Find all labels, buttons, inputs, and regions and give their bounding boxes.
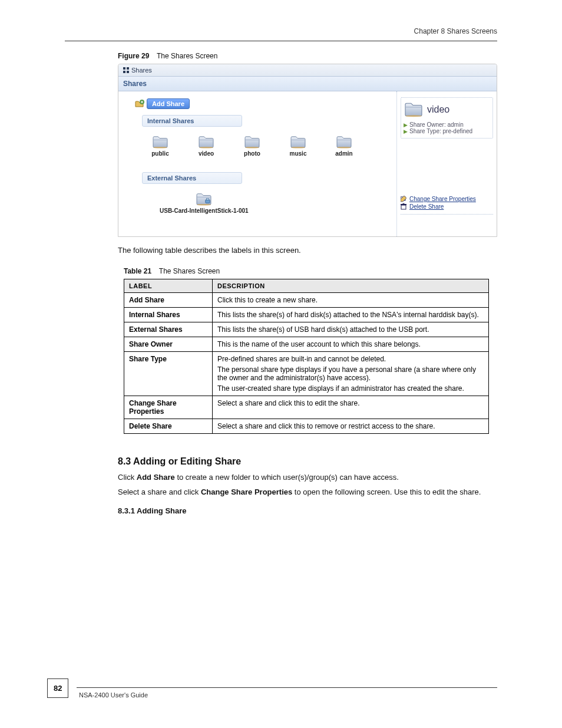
table-row: Internal SharesThis lists the share(s) o… <box>124 307 489 322</box>
paragraph: Click Add Share to create a new folder t… <box>118 472 497 483</box>
paragraph: Select a share and click Change Share Pr… <box>118 486 497 498</box>
share-label: video <box>199 150 214 157</box>
share-external-usb[interactable]: USB-Card-IntelligentStick-1-001 <box>160 192 249 214</box>
share-video[interactable]: video <box>191 135 221 157</box>
share-photo[interactable]: photo <box>237 135 267 157</box>
table-header: LABEL <box>124 279 213 292</box>
bullet-icon: ▶ <box>404 129 408 134</box>
selected-share-title: video <box>427 104 449 115</box>
table-row: Share OwnerThis is the name of the user … <box>124 337 489 351</box>
table-cell-label: Internal Shares <box>124 307 213 322</box>
share-actions: Change Share Properties Delete Share <box>401 195 493 215</box>
table-cell-desc: Click this to create a new share. <box>213 292 489 307</box>
external-shares-row: USB-Card-IntelligentStick-1-001 <box>142 192 391 214</box>
table-cell-desc: This lists the share(s) of hard disk(s) … <box>213 307 489 322</box>
labels-table: LABEL DESCRIPTION Add ShareClick this to… <box>124 279 489 434</box>
folder-icon <box>198 135 214 149</box>
table-row: External SharesThis lists the share(s) o… <box>124 322 489 337</box>
table-cell-desc: This is the name of the user account to … <box>213 337 489 351</box>
share-admin[interactable]: admin <box>329 135 359 157</box>
table-cell-desc: Pre-defined shares are built-in and cann… <box>213 351 489 396</box>
table-cell-desc: This lists the share(s) of USB hard disk… <box>213 322 489 337</box>
internal-shares-header: Internal Shares <box>142 115 242 127</box>
table-cell-label: Change Share Properties <box>124 396 213 419</box>
share-owner-row: ▶ Share Owner: admin <box>404 121 490 128</box>
share-type-row: ▶ Share Type: pre-defined <box>404 128 490 134</box>
body-text: The following table describes the labels… <box>118 245 497 256</box>
edit-icon <box>401 196 407 202</box>
folder-icon <box>290 135 306 149</box>
folder-icon <box>336 135 352 149</box>
external-shares-header: External Shares <box>142 172 242 184</box>
table-cell-label: Share Type <box>124 351 213 396</box>
window-titlebar: Shares <box>118 64 497 77</box>
shares-icon <box>123 67 129 73</box>
table-row: Share TypePre-defined shares are built-i… <box>124 351 489 396</box>
share-label: admin <box>335 150 352 157</box>
share-music[interactable]: music <box>283 135 313 157</box>
delete-share-link[interactable]: Delete Share <box>401 203 493 210</box>
table-header: DESCRIPTION <box>213 279 489 292</box>
table-cell-label: Share Owner <box>124 337 213 351</box>
window-title: Shares <box>131 67 152 74</box>
add-share-button[interactable]: Add Share <box>147 98 190 109</box>
share-public[interactable]: public <box>146 135 175 157</box>
trash-icon <box>401 203 407 210</box>
share-label: music <box>290 150 307 157</box>
chapter-text: Chapter 8 Shares Screens <box>414 27 497 35</box>
folder-icon <box>244 135 260 149</box>
table-cell-label: Add Share <box>124 292 213 307</box>
table-row: Add ShareClick this to create a new shar… <box>124 292 489 307</box>
external-folder-icon <box>196 192 212 206</box>
internal-shares-row: public video photo music admin <box>142 135 391 157</box>
share-label: public <box>151 150 168 157</box>
add-share-icon <box>135 100 144 108</box>
footer-text: NSA-2400 User's Guide <box>79 691 497 699</box>
page-number: 82 <box>47 678 68 698</box>
share-label: photo <box>244 150 260 157</box>
sub-heading: 8.3.1 Adding Share <box>118 506 562 515</box>
shares-header: Shares <box>118 77 497 91</box>
table-row: Change Share PropertiesSelect a share an… <box>124 396 489 419</box>
share-label: USB-Card-IntelligentStick-1-001 <box>160 207 249 214</box>
table-row: Delete ShareSelect a share and click thi… <box>124 419 489 433</box>
folder-icon <box>152 135 168 149</box>
figure-caption: Figure 29 The Shares Screen <box>118 52 562 60</box>
table-cell-label: Delete Share <box>124 419 213 433</box>
table-cell-label: External Shares <box>124 322 213 337</box>
table-caption: Table 21 The Shares Screen <box>124 267 562 275</box>
section-heading: 8.3 Adding or Editing Share <box>118 456 562 467</box>
screenshot-panel: Shares Shares Add Share Internal Shares … <box>118 64 497 237</box>
table-cell-desc: Select a share and click this to remove … <box>213 419 489 433</box>
share-details-panel: video ▶ Share Owner: admin ▶ Share Type:… <box>401 97 493 139</box>
page-footer: 82 NSA-2400 User's Guide <box>47 678 497 699</box>
table-cell-desc: Select a share and click this to edit th… <box>213 396 489 419</box>
folder-icon <box>404 101 424 118</box>
bullet-icon: ▶ <box>404 122 408 128</box>
change-share-properties-link[interactable]: Change Share Properties <box>401 195 493 203</box>
